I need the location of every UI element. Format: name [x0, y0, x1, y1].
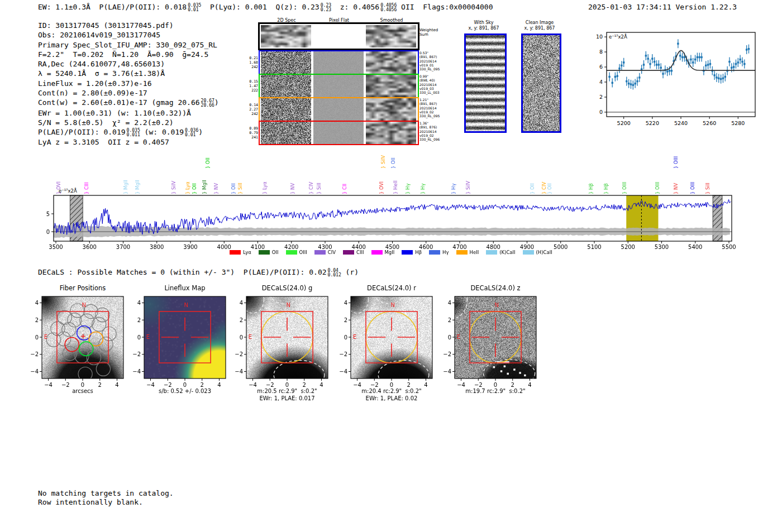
info-line: S/N = 5.8(±0.5) χ² = 2.2(±0.2) — [38, 118, 219, 127]
svg-text:} Hγ: } Hγ — [405, 183, 411, 194]
detection-info-block: ID: 3013177045 (3013177045.pdf)Obs: 2021… — [38, 21, 219, 147]
legend-label: HeII — [470, 250, 479, 255]
timestamp-version: 2025-01-03 17:34:11 Version 1.22.3 — [588, 3, 737, 11]
svg-text:0: 0 — [448, 334, 451, 341]
svg-text:4: 4 — [240, 300, 243, 306]
fiber-detail-labels: 0.99"(898, 40)20210614v019_03330_LL_003 — [419, 74, 455, 94]
panel-caption: EWr: 1, PLAE: 0.02 — [334, 395, 449, 401]
weighted-sum-label: WeightedSum — [419, 28, 438, 37]
svg-text:0: 0 — [81, 382, 84, 388]
legend-item: OIII — [286, 250, 307, 255]
svg-text:3600: 3600 — [83, 244, 97, 250]
svg-text:4: 4 — [35, 300, 39, 306]
panel-image-decals_g — [246, 296, 328, 378]
fiber-smoothed-image — [366, 98, 416, 121]
fiber-pixel-flat-image — [313, 122, 364, 144]
panel-caption: m:20.4 rc:2.9" s:0.2" — [334, 388, 449, 394]
legend-label: (K)CaII — [499, 250, 515, 255]
fiber-smoothed-image — [366, 122, 416, 144]
svg-text:2: 2 — [303, 382, 306, 388]
clean-image-title: Clean Imagex, y: 891, 867 — [506, 20, 573, 31]
svg-text:} Hγ: } Hγ — [420, 183, 426, 194]
svg-text:−2: −2 — [30, 351, 39, 357]
svg-text:} CII: } CII — [342, 184, 347, 194]
svg-text:2: 2 — [448, 317, 451, 323]
with-sky-image — [464, 33, 507, 133]
svg-text:−2: −2 — [339, 351, 347, 357]
svg-text:} OIII: } OIII — [655, 182, 660, 194]
svg-text:} Hγ: } Hγ — [451, 183, 456, 194]
svg-text:2: 2 — [240, 317, 243, 323]
full-spectrum-plot: 3500360037003800390040004100420043004400… — [34, 142, 751, 261]
svg-text:0: 0 — [599, 109, 603, 115]
svg-text:−4: −4 — [30, 368, 39, 375]
svg-text:0: 0 — [494, 382, 497, 388]
footer-note: No matching targets in catalog. Row inte… — [38, 489, 174, 506]
svg-text:5260: 5260 — [703, 120, 716, 126]
fiber-weight-labels: 0.090.79241 — [245, 126, 258, 140]
fiber-detail-labels: 1.36"(891, 876)20210614v019_02330_RL_096 — [419, 121, 455, 141]
svg-text:−2: −2 — [443, 351, 451, 357]
svg-text:−2: −2 — [132, 351, 141, 357]
svg-text:} Lyα: } Lyα — [262, 181, 268, 194]
svg-text:} CIV: } CIV — [308, 181, 314, 194]
svg-text:−4: −4 — [353, 382, 361, 388]
info-line: P(LAE)/P(OII): 0.0190.0350.011 (w: 0.019… — [38, 127, 219, 137]
legend-item: MgII — [371, 250, 395, 255]
svg-text:} OII: } OII — [390, 157, 396, 169]
legend-label: CIII — [356, 250, 364, 255]
svg-text:4: 4 — [115, 382, 118, 388]
svg-text:} Hβ: } Hβ — [588, 183, 594, 194]
svg-text:0: 0 — [46, 229, 50, 235]
panel-title: Lineflux Map — [127, 284, 242, 292]
svg-text:0: 0 — [285, 382, 289, 388]
info-line: Obs: 20210614v019_3013177045 — [38, 30, 219, 40]
svg-text:2: 2 — [407, 382, 411, 388]
svg-text:−2: −2 — [370, 382, 379, 388]
svg-text:8: 8 — [599, 49, 603, 55]
legend-item: (K)CaII — [486, 250, 515, 255]
svg-text:−4: −4 — [44, 382, 53, 388]
svg-text:−2: −2 — [164, 382, 172, 388]
panel-title: DECaLS(24.0) r — [334, 284, 449, 292]
svg-text:5220: 5220 — [646, 120, 659, 126]
fiber-2d-spec-image — [261, 98, 311, 121]
legend-swatch — [523, 250, 534, 255]
svg-text:4: 4 — [424, 382, 427, 388]
legend-swatch — [343, 250, 354, 255]
svg-text:} SiIV: } SiIV — [171, 181, 177, 194]
legend-item: Hβ — [402, 250, 422, 255]
svg-text:−2: −2 — [474, 382, 483, 388]
svg-text:2: 2 — [511, 382, 514, 388]
svg-text:5280: 5280 — [731, 120, 745, 126]
panel-title: DECaLS(24.0) z — [438, 284, 553, 292]
fiber-2d-spec-image — [261, 75, 311, 97]
svg-text:} CIV: } CIV — [541, 181, 547, 194]
svg-text:−2: −2 — [266, 382, 274, 388]
svg-text:−4: −4 — [339, 368, 347, 375]
svg-text:} MgII: } MgII — [135, 180, 140, 194]
fiber-smoothed-image — [366, 51, 416, 74]
svg-text:−2: −2 — [61, 382, 70, 388]
line-fit-inset-plot: 520052205240526052800246810e⁻¹⁷x2Å — [581, 27, 765, 130]
svg-text:} OIII: } OIII — [690, 182, 695, 194]
svg-text:−4: −4 — [457, 382, 465, 388]
info-line: Cont(w) = 2.60(±0.01)e-17 (gmag 20.6620.… — [38, 98, 219, 108]
svg-text:6: 6 — [599, 64, 603, 70]
info-line: λ = 5240.1Å σ = 3.76(±1.38)Å — [38, 69, 219, 78]
legend-swatch — [314, 250, 326, 255]
panel-image-fiber — [42, 296, 123, 378]
svg-text:} SiII: } SiII — [237, 183, 243, 194]
legend-label: (H)CaII — [536, 250, 552, 255]
svg-text:} OII: } OII — [205, 157, 211, 169]
svg-text:} SiII: } SiII — [705, 183, 711, 194]
legend-label: OIII — [299, 250, 307, 255]
svg-text:−4: −4 — [249, 382, 257, 388]
svg-text:} OIII: } OIII — [622, 182, 627, 194]
svg-text:} OIII: } OIII — [673, 156, 679, 169]
panel-lineflux: Lineflux MapNE−4−4−2−2002244s/b: 0.52 +/… — [127, 281, 242, 405]
svg-text:4: 4 — [599, 79, 603, 85]
legend-swatch — [286, 250, 297, 255]
legend-label: CIV — [328, 250, 336, 255]
legend-label: Hγ — [442, 250, 449, 255]
